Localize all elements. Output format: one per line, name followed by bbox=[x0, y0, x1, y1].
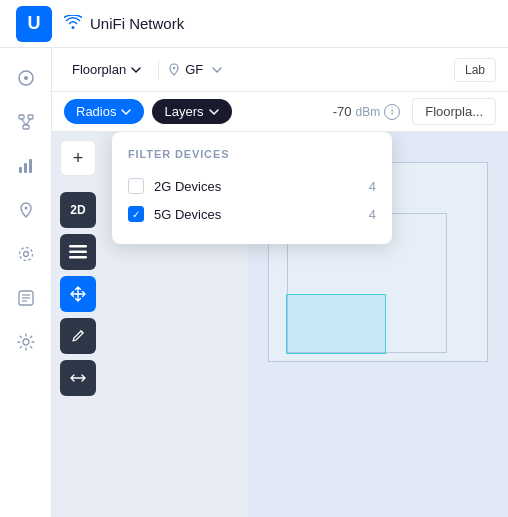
map-controls: + bbox=[60, 140, 96, 176]
sidebar-item-location[interactable] bbox=[8, 192, 44, 228]
map-area: FILTER DEVICES 2G Devices 4 ✓ 5G Devices… bbox=[52, 132, 508, 517]
sidebar-item-settings[interactable] bbox=[8, 236, 44, 272]
list-icon bbox=[69, 245, 87, 259]
filter-label-5g: 5G Devices bbox=[154, 207, 359, 222]
dbm-value: -70 bbox=[333, 104, 352, 119]
svg-rect-20 bbox=[69, 251, 87, 254]
svg-point-10 bbox=[24, 207, 27, 210]
svg-line-5 bbox=[21, 119, 26, 125]
location-label: GF bbox=[185, 62, 203, 77]
svg-line-6 bbox=[26, 119, 31, 125]
sidebar-item-topology[interactable] bbox=[8, 104, 44, 140]
svg-rect-8 bbox=[24, 163, 27, 173]
blueprint-accent bbox=[286, 294, 386, 354]
topbar: U UniFi Network bbox=[0, 0, 508, 48]
filter-label-2g: 2G Devices bbox=[154, 179, 359, 194]
sidebar-item-dashboard[interactable] bbox=[8, 60, 44, 96]
floorplan-label: Floorplan bbox=[72, 62, 126, 77]
svg-rect-21 bbox=[69, 256, 87, 259]
wifi-icon bbox=[64, 15, 82, 33]
location-chevron-icon[interactable] bbox=[211, 64, 223, 76]
layers-label: Layers bbox=[164, 104, 203, 119]
location-icon bbox=[167, 63, 181, 77]
move-icon bbox=[70, 286, 86, 302]
svg-rect-2 bbox=[19, 115, 24, 119]
svg-rect-3 bbox=[28, 115, 33, 119]
sidebar-item-stats[interactable] bbox=[8, 148, 44, 184]
radios-label: Radios bbox=[76, 104, 116, 119]
dbm-group: -70 dBm i bbox=[333, 104, 400, 120]
svg-point-18 bbox=[173, 66, 175, 68]
zoom-in-button[interactable]: + bbox=[60, 140, 96, 176]
sidebar-item-config[interactable] bbox=[8, 324, 44, 360]
filter-count-2g: 4 bbox=[369, 179, 376, 194]
expand-icon bbox=[70, 373, 86, 383]
svg-rect-19 bbox=[69, 245, 87, 248]
svg-rect-9 bbox=[29, 159, 32, 173]
filter-row-5g: ✓ 5G Devices 4 bbox=[128, 200, 376, 228]
location-group: GF bbox=[167, 62, 446, 77]
layers-chevron-icon bbox=[208, 106, 220, 118]
edit-button[interactable] bbox=[60, 318, 96, 354]
sidebar-item-logs[interactable] bbox=[8, 280, 44, 316]
map-controls-bottom: 2D bbox=[60, 192, 96, 396]
radios-chip[interactable]: Radios bbox=[64, 99, 144, 124]
filter-title: FILTER DEVICES bbox=[128, 148, 376, 160]
radios-chevron-icon bbox=[120, 106, 132, 118]
toolbar-layers: Radios Layers -70 dBm i Floorpla... bbox=[52, 92, 508, 132]
2d-button[interactable]: 2D bbox=[60, 192, 96, 228]
toolbar-separator bbox=[158, 60, 159, 80]
toolbar-floorplan: Floorplan GF Lab bbox=[52, 48, 508, 92]
dbm-unit: dBm bbox=[356, 105, 381, 119]
sidebar bbox=[0, 48, 52, 517]
svg-point-12 bbox=[19, 248, 32, 261]
expand-button[interactable] bbox=[60, 360, 96, 396]
edit-icon bbox=[71, 329, 85, 343]
filter-checkbox-2g[interactable] bbox=[128, 178, 144, 194]
filter-count-5g: 4 bbox=[369, 207, 376, 222]
svg-point-11 bbox=[23, 252, 28, 257]
svg-point-17 bbox=[23, 339, 29, 345]
floorplan-dropdown[interactable]: Floorplan bbox=[64, 58, 150, 81]
filter-checkbox-5g[interactable]: ✓ bbox=[128, 206, 144, 222]
lab-button[interactable]: Lab bbox=[454, 58, 496, 82]
filter-dropdown: FILTER DEVICES 2G Devices 4 ✓ 5G Devices… bbox=[112, 132, 392, 244]
list-view-button[interactable] bbox=[60, 234, 96, 270]
floorplan-tab[interactable]: Floorpla... bbox=[412, 98, 496, 125]
app-logo: U bbox=[16, 6, 52, 42]
move-button[interactable] bbox=[60, 276, 96, 312]
chevron-down-icon bbox=[130, 64, 142, 76]
svg-rect-7 bbox=[19, 167, 22, 173]
layers-chip[interactable]: Layers bbox=[152, 99, 231, 124]
filter-row-2g: 2G Devices 4 bbox=[128, 172, 376, 200]
main-content: Floorplan GF Lab Radios Layers bbox=[52, 48, 508, 517]
svg-rect-4 bbox=[23, 125, 29, 129]
info-icon[interactable]: i bbox=[384, 104, 400, 120]
app-title: UniFi Network bbox=[90, 15, 184, 32]
svg-point-1 bbox=[24, 76, 28, 80]
